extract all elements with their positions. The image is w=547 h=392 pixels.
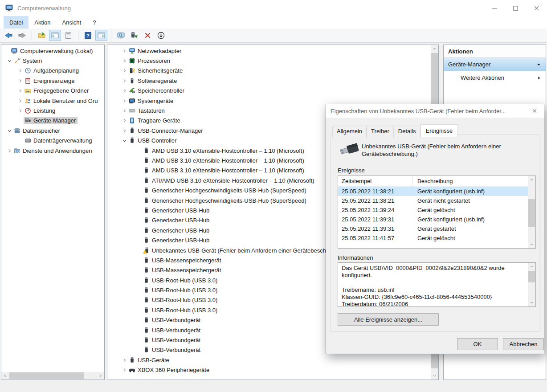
maximize-button[interactable]: [505, 0, 526, 16]
expander-icon[interactable]: [135, 267, 142, 274]
device-tree-item[interactable]: Speichercontroller: [107, 86, 430, 96]
scroll-down-button[interactable]: [431, 372, 438, 380]
tab-allgemein[interactable]: Allgemein: [332, 126, 367, 138]
expander-icon[interactable]: [121, 88, 128, 94]
device-tree-item[interactable]: Netzwerkadapter: [107, 46, 430, 56]
scroll-down-button[interactable]: [528, 299, 535, 306]
scroll-right-button[interactable]: [97, 372, 104, 380]
expander-icon[interactable]: [121, 58, 128, 64]
device-tree-item[interactable]: Prozessoren: [107, 56, 430, 65]
expander-icon[interactable]: [16, 68, 24, 74]
event-row[interactable]: 25.05.2022 11:38:21 Gerät nicht gestarte…: [338, 196, 528, 205]
expander-icon[interactable]: [121, 48, 128, 54]
tab-ereignisse[interactable]: Ereignisse: [420, 124, 458, 137]
expander-icon[interactable]: [16, 118, 24, 124]
expander-icon[interactable]: [135, 327, 142, 333]
toolbar-uninstall[interactable]: [142, 30, 154, 41]
expander-icon[interactable]: [135, 227, 142, 233]
cancel-button[interactable]: Abbrechen: [503, 338, 544, 350]
expander-icon[interactable]: [121, 108, 128, 114]
event-row[interactable]: 25.05.2022 11:39:24 Gerät gelöscht: [338, 205, 528, 215]
expander-icon[interactable]: [135, 197, 142, 204]
column-header-beschreibung[interactable]: Beschreibung: [413, 178, 528, 184]
toolbar-help[interactable]: ?: [82, 30, 94, 41]
expander-icon[interactable]: [121, 357, 128, 363]
info-box[interactable]: Das Gerät USB\VID_0000&PID_0002\9&2e2318…: [338, 262, 536, 307]
expander-icon[interactable]: [135, 277, 142, 283]
menu-datei[interactable]: Datei: [4, 16, 29, 29]
expander-icon[interactable]: [135, 247, 142, 253]
toolbar-remote-screen[interactable]: [115, 30, 127, 41]
device-tree-item[interactable]: USB-Geräte: [107, 355, 430, 365]
expander-icon[interactable]: [121, 78, 128, 84]
expander-icon[interactable]: [135, 147, 142, 154]
menu-[interactable]: ?: [87, 16, 102, 29]
close-button[interactable]: [526, 0, 547, 16]
scrollbar-thumb[interactable]: [9, 372, 84, 379]
tree-item[interactable]: Computerverwaltung (Lokal): [1, 46, 104, 56]
expander-icon[interactable]: [121, 98, 128, 104]
tree-item[interactable]: Datenträgerverwaltung: [1, 136, 104, 146]
expander-icon[interactable]: [135, 307, 142, 313]
scroll-left-button[interactable]: [1, 372, 9, 380]
column-header-zeitstempel[interactable]: Zeitstempel: [338, 176, 413, 186]
expander-icon[interactable]: [121, 118, 128, 124]
minimize-button[interactable]: [484, 0, 505, 16]
tree-item[interactable]: Leistung: [1, 106, 104, 115]
expander-icon[interactable]: [121, 127, 128, 134]
toolbar-action-pane[interactable]: [95, 30, 107, 41]
expander-icon[interactable]: [135, 337, 142, 343]
expander-icon[interactable]: [135, 317, 142, 323]
tab-treiber[interactable]: Treiber: [367, 126, 394, 138]
expander-icon[interactable]: [135, 188, 142, 194]
title-bar[interactable]: Computerverwaltung: [0, 0, 547, 16]
expander-icon[interactable]: [135, 207, 142, 213]
tree-item[interactable]: Datenspeicher: [1, 126, 104, 135]
expander-icon[interactable]: [121, 68, 128, 74]
expander-icon[interactable]: [135, 347, 142, 353]
expander-icon[interactable]: [6, 127, 13, 134]
expander-icon[interactable]: [135, 257, 142, 263]
scroll-up-button[interactable]: [528, 176, 535, 184]
actions-group-geraete-manager[interactable]: Geräte-Manager: [444, 58, 546, 71]
expander-icon[interactable]: [6, 58, 13, 64]
toolbar-disable-device[interactable]: [155, 30, 167, 41]
scrollbar-thumb[interactable]: [528, 271, 535, 282]
events-scrollbar[interactable]: [528, 176, 535, 248]
tree-item[interactable]: System: [1, 56, 104, 65]
event-row[interactable]: 25.05.2022 11:41:57 Gerät gelöscht: [338, 233, 528, 243]
toolbar-scan-hardware[interactable]: [128, 30, 140, 41]
event-row[interactable]: 25.05.2022 11:38:21 Gerät konfiguriert (…: [338, 187, 528, 196]
scroll-up-button[interactable]: [431, 45, 438, 53]
tab-details[interactable]: Details: [394, 126, 420, 138]
expander-icon[interactable]: [16, 88, 24, 94]
scrollbar-thumb[interactable]: [528, 199, 535, 227]
device-tree-item[interactable]: XBOX 360 Peripheriegeräte: [107, 365, 430, 375]
ok-button[interactable]: OK: [457, 338, 498, 350]
expander-icon[interactable]: [16, 108, 24, 114]
expander-icon[interactable]: [121, 367, 128, 373]
toolbar-properties[interactable]: [62, 30, 74, 41]
tree-item[interactable]: Lokale Benutzer und Gru: [1, 96, 104, 106]
collapse-icon[interactable]: [536, 62, 541, 67]
event-row[interactable]: 25.05.2022 11:39:31 Gerät konfiguriert (…: [338, 215, 528, 224]
expander-icon[interactable]: [135, 177, 142, 184]
expander-icon[interactable]: [16, 98, 24, 104]
expander-icon[interactable]: [6, 147, 13, 154]
tree-item[interactable]: Geräte-Manager: [1, 116, 104, 126]
dialog-close-button[interactable]: [525, 104, 544, 118]
tree-item[interactable]: Aufgabenplanung: [1, 66, 104, 76]
tree-item[interactable]: Dienste und Anwendungen: [1, 146, 104, 155]
expander-icon[interactable]: [135, 167, 142, 174]
dialog-title-bar[interactable]: Eigenschaften von Unbekanntes USB-Gerät …: [326, 104, 544, 118]
tree-item[interactable]: Freigegebene Ordner: [1, 86, 104, 96]
expander-icon[interactable]: [135, 217, 142, 224]
tree-item[interactable]: Ereignisanzeige: [1, 76, 104, 86]
toolbar-back[interactable]: [3, 30, 15, 41]
toolbar-export-list[interactable]: [36, 30, 48, 41]
scroll-down-button[interactable]: [528, 241, 535, 248]
device-tree-item[interactable]: Sicherheitsgeräte: [107, 66, 430, 76]
menu-aktion[interactable]: Aktion: [29, 16, 56, 29]
expander-icon[interactable]: [135, 157, 142, 163]
info-scrollbar[interactable]: [528, 263, 535, 306]
